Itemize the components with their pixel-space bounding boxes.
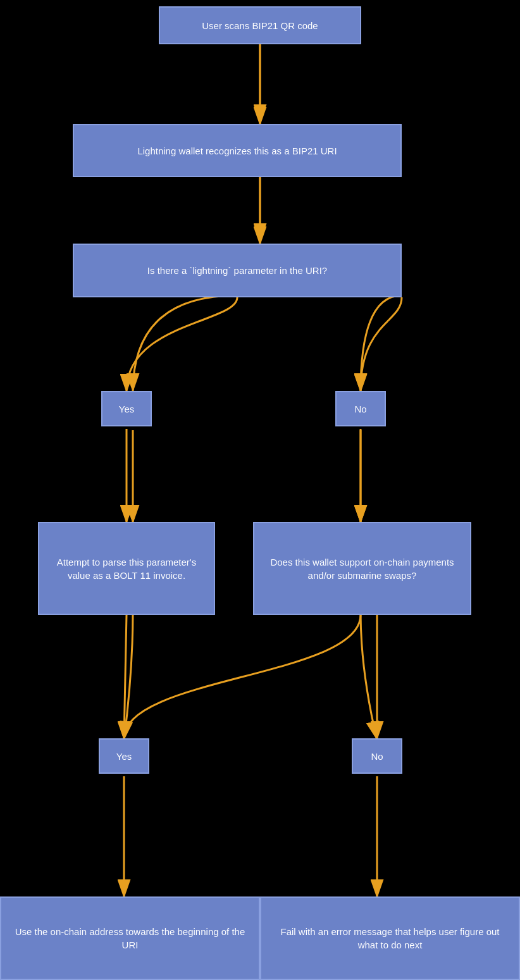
step3-right-label: Does this wallet support on-chain paymen… (264, 555, 460, 582)
yes2-node: Yes (99, 738, 149, 774)
step3-left-label: Attempt to parse this parameter's value … (49, 555, 204, 582)
result-right-node: Fail with an error message that helps us… (260, 896, 520, 980)
step1-node-label: Lightning wallet recognizes this as a BI… (137, 144, 337, 158)
result-right-label: Fail with an error message that helps us… (271, 925, 509, 952)
step3-right-node: Does this wallet support on-chain paymen… (253, 522, 471, 615)
svg-line-10 (124, 615, 127, 738)
step3-left-node: Attempt to parse this parameter's value … (38, 522, 215, 615)
start-node-label: User scans BIP21 QR code (202, 19, 318, 32)
flowchart: User scans BIP21 QR code Lightning walle… (0, 0, 520, 980)
start-node: User scans BIP21 QR code (159, 6, 361, 44)
yes1-node: Yes (101, 391, 152, 426)
no2-node: No (352, 738, 402, 774)
yes1-label: Yes (119, 402, 134, 416)
no2-label: No (371, 750, 383, 763)
no1-label: No (354, 402, 366, 416)
no1-node: No (335, 391, 386, 426)
step1-node: Lightning wallet recognizes this as a BI… (73, 124, 402, 177)
result-left-node: Use the on-chain address towards the beg… (0, 896, 260, 980)
step2-node: Is there a `lightning` parameter in the … (73, 244, 402, 297)
yes2-label: Yes (116, 750, 132, 763)
step2-node-label: Is there a `lightning` parameter in the … (147, 264, 327, 277)
result-left-label: Use the on-chain address towards the beg… (11, 925, 249, 952)
